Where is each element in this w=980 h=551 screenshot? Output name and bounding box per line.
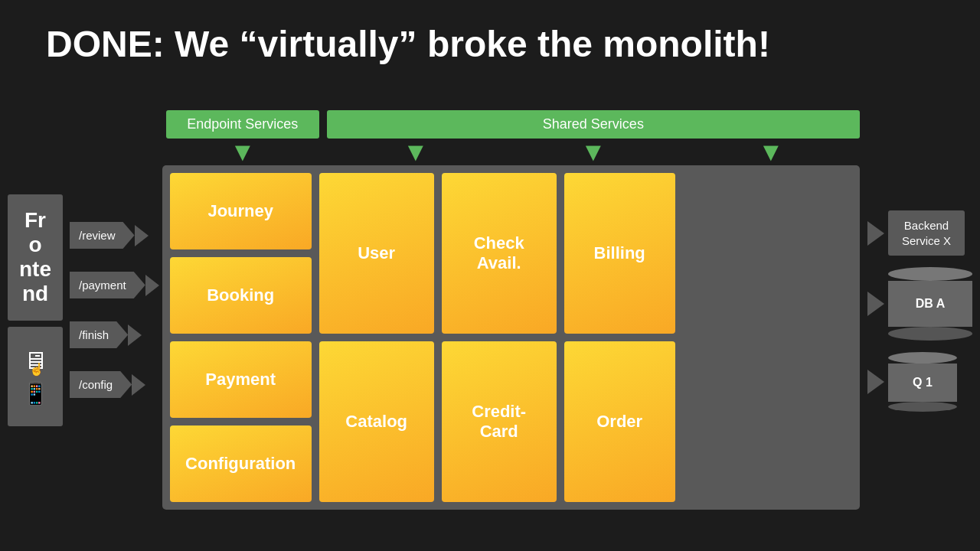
right-arrow-3 xyxy=(867,370,884,394)
down-arrows-row: ▼ ▼ ▼ ▼ xyxy=(162,140,860,164)
shared-arrows: ▼ ▼ ▼ xyxy=(327,140,860,164)
tile-booking: Booking xyxy=(170,257,312,334)
tile-user: User xyxy=(319,173,434,334)
route-payment: /payment xyxy=(70,272,159,298)
mobile-icon: 📱 xyxy=(22,382,49,406)
diagram-area: Frontend 🖥 ☝ 📱 /review /payment xyxy=(8,84,972,536)
shared-arrow-1: ▼ xyxy=(403,140,429,164)
db-label: DB A xyxy=(888,281,972,327)
shared-arrow-3: ▼ xyxy=(758,140,784,164)
slide: DONE: We “virtually” broke the monolith!… xyxy=(0,0,980,551)
tile-order: Order xyxy=(564,341,675,502)
db-cylinder: DB A xyxy=(888,267,972,341)
route-review: /review xyxy=(70,222,159,249)
route-finish: /finish xyxy=(70,321,159,348)
db-connection: DB A xyxy=(867,267,972,341)
db-bottom xyxy=(888,327,972,341)
right-arrow-2 xyxy=(867,292,884,316)
shared-services-label: Shared Services xyxy=(327,110,860,139)
backend-service-connection: Backend Service X xyxy=(867,210,965,256)
queue-label: Q 1 xyxy=(888,364,957,402)
hand-icon: ☝ xyxy=(29,362,44,377)
right-section: Backend Service X DB A Q 1 xyxy=(867,210,972,409)
frontend-column: Frontend 🖥 ☝ 📱 xyxy=(8,194,63,426)
tile-payment: Payment xyxy=(170,341,312,418)
right-arrow-1 xyxy=(867,221,884,246)
queue-bottom xyxy=(888,402,957,412)
routes-column: /review /payment /finish /config xyxy=(66,222,159,398)
frontend-box: Frontend xyxy=(8,194,63,321)
route-review-label: /review xyxy=(70,222,135,249)
header: DONE: We “virtually” broke the monolith! xyxy=(15,8,965,77)
tile-configuration: Configuration xyxy=(170,425,312,502)
route-config-label: /config xyxy=(70,371,132,398)
queue-top xyxy=(888,352,957,364)
tile-catalog: Catalog xyxy=(319,341,434,502)
shared-arrow-2: ▼ xyxy=(580,140,606,164)
db-top xyxy=(888,267,972,281)
queue-cylinder: Q 1 xyxy=(888,352,957,412)
tile-check-avail: CheckAvail. xyxy=(442,173,557,334)
tile-credit-card: Credit-Card xyxy=(442,341,557,502)
header-labels-row: Endpoint Services Shared Services xyxy=(162,110,860,139)
route-payment-label: /payment xyxy=(70,272,145,298)
backend-service-box: Backend Service X xyxy=(888,210,965,256)
endpoint-arrows: ▼ xyxy=(166,140,319,164)
endpoint-arrow-down: ▼ xyxy=(230,140,256,164)
queue-connection: Q 1 xyxy=(867,352,957,412)
tile-journey: Journey xyxy=(170,173,312,249)
tile-billing: Billing xyxy=(564,173,675,334)
main-diagram: Endpoint Services Shared Services ▼ ▼ ▼ … xyxy=(162,110,860,510)
frontend-icons: 🖥 ☝ 📱 xyxy=(8,327,63,426)
route-finish-label: /finish xyxy=(70,321,128,348)
endpoint-services-label: Endpoint Services xyxy=(166,110,319,139)
services-grid: JourneyUserCheckAvail.BillingBookingPaym… xyxy=(162,165,860,510)
route-config: /config xyxy=(70,371,159,398)
page-title: DONE: We “virtually” broke the monolith! xyxy=(15,8,965,77)
